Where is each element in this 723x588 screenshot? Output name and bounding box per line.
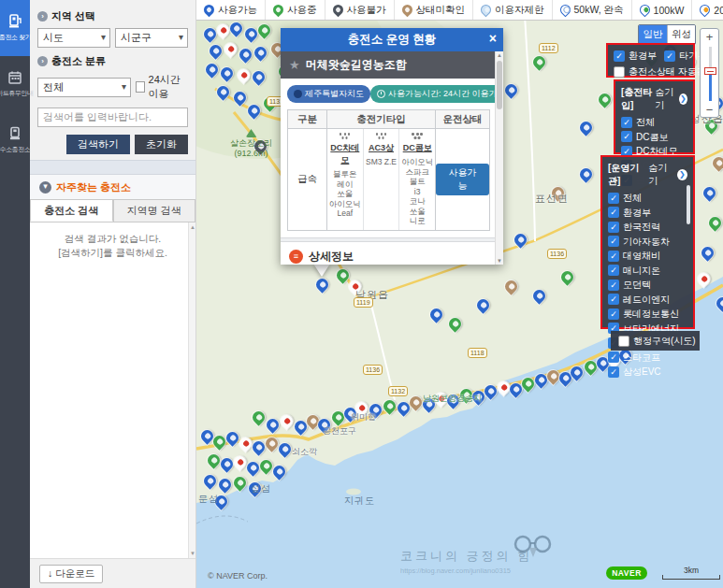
checkbox-box[interactable] [136, 81, 145, 93]
hide-panel-button[interactable]: 숨기기 ❯ [648, 162, 687, 188]
maptype-satellite-button[interactable]: 위성 [667, 25, 695, 44]
legend-pin-icon [271, 3, 286, 18]
operator-checkbox[interactable]: 스타코프 [608, 351, 687, 364]
reset-button[interactable]: 초기화 [135, 135, 188, 154]
operator-checkbox[interactable]: 전체 [608, 192, 687, 204]
download-button[interactable]: ↓ 다운로드 [39, 565, 103, 583]
panel-footer: ↓ 다운로드 [30, 558, 195, 588]
map-canvas[interactable]: 사용가능 사용중 사용불가 상태미확인 [196, 0, 723, 588]
auto-refresh-checkbox[interactable]: 충전소상태 자동갱신 [614, 65, 687, 78]
charge-type-checkbox[interactable]: DC콤보 [621, 131, 687, 143]
map-label: 쇠소깍 [292, 446, 317, 458]
class-section-label: › 충전소 분류 [37, 54, 188, 68]
checkbox-box[interactable] [608, 251, 619, 262]
charger-class-select[interactable]: 전체 [37, 78, 131, 97]
car-model: 블루온 [328, 169, 362, 179]
tab-station-search[interactable]: 충전소 검색 [30, 199, 113, 222]
source-checkbox[interactable]: 환경부 [614, 50, 657, 62]
zoom-in-button[interactable]: + [701, 29, 718, 46]
checkbox-box[interactable] [608, 308, 619, 320]
rail-label: 마트휴무안내 [0, 89, 34, 98]
search-tabs: 충전소 검색 지역명 검색 [30, 199, 195, 222]
zoom-control: + − [700, 28, 719, 118]
rail-item-hydrogen-station[interactable]: 수소충전소 [0, 112, 30, 168]
operator-checkbox[interactable]: 환경부 [608, 207, 687, 219]
tab-region-search[interactable]: 지역명 검색 [113, 199, 196, 222]
status-cell: 사용가능 [436, 129, 490, 231]
charger-class-cell: 급속 [288, 129, 327, 231]
zoom-out-button[interactable]: − [701, 102, 718, 119]
popup-body: 제주특별자치도 사용가능시간: 24시간 이용가능 구분 충전기타입 운전상태 … [281, 79, 503, 265]
scroll-thumb[interactable] [497, 61, 502, 109]
checkbox-box[interactable] [608, 280, 619, 291]
checkbox-box[interactable] [608, 207, 619, 218]
checkbox-box[interactable] [608, 236, 619, 247]
checkbox-box[interactable] [621, 117, 632, 128]
legend-item: 50kW, 완속 [553, 0, 632, 20]
close-icon[interactable]: × [489, 31, 497, 46]
hours24-checkbox[interactable]: 24시간이용 [136, 73, 188, 101]
checkbox-box[interactable] [608, 294, 619, 305]
checkbox-box[interactable] [608, 351, 619, 363]
connector-icon [340, 133, 351, 140]
favorites-toggle[interactable]: ▾ 자주찾는 충전소 [30, 175, 195, 199]
car-model: 코나 [400, 196, 434, 207]
admin-region-checkbox[interactable]: 행정구역(시도) [618, 335, 696, 347]
station-name-bar: ★ 머체왓숲길영농조합 [281, 51, 503, 79]
popup-scrollbar[interactable]: ▲ ▼ [495, 51, 503, 265]
map-copyright: © NAVER Corp. [208, 571, 268, 581]
checkbox-box[interactable] [664, 50, 675, 62]
checkbox-box[interactable] [614, 50, 625, 62]
keyword-input[interactable]: 검색어를 입력바랍니다. [37, 108, 188, 127]
car-model: 스파크 [400, 167, 434, 178]
checkbox-box[interactable] [614, 66, 625, 78]
legend-label: 사용중 [287, 4, 317, 17]
checkbox-box[interactable] [621, 131, 632, 142]
type-cell-chademo: DC차데모 블루온레이쏘울아이오닉Leaf [327, 129, 363, 230]
rail-item-mart-holiday[interactable]: 마트휴무안내 [0, 56, 30, 112]
scroll-up-icon[interactable]: ▲ [497, 52, 502, 58]
operator-checkbox[interactable]: 레드이엔지 [608, 294, 687, 306]
legend-label: 이용자제한 [495, 4, 544, 17]
zoom-slider-handle[interactable] [704, 67, 716, 75]
search-form: › 지역 선택 시도 시군구 › 충전소 분류 전체 24시간이용 검색어를 입… [30, 0, 195, 160]
legend-label: 200kW [714, 5, 723, 16]
zoom-slider-track[interactable] [701, 47, 718, 101]
road-number-badge: 1112 [539, 43, 558, 53]
checkbox-box[interactable] [608, 222, 619, 233]
car-model: 니로 [400, 216, 434, 226]
operator-checkbox[interactable]: 롯데정보통신 [608, 308, 687, 320]
scroll-down-icon[interactable]: ▼ [190, 551, 195, 556]
operator-checkbox[interactable]: 모던텍 [608, 279, 687, 291]
popup-title: 충전소 운영 현황 [348, 32, 436, 48]
results-scrollbar[interactable]: ▲ ▼ [188, 222, 195, 558]
operator-checkbox[interactable]: 삼성EVC [608, 366, 687, 378]
panel-scrollbar[interactable] [687, 185, 690, 224]
rail-item-find-charger[interactable]: 충전소 찾기 [0, 0, 30, 56]
checkbox-box[interactable] [608, 265, 619, 276]
popup-titlebar: 충전소 운영 현황 × [281, 28, 503, 51]
charge-type-checkbox[interactable]: 전체 [621, 116, 687, 128]
road-number-badge: 1119 [354, 297, 373, 308]
legend-item: 200kW [692, 0, 723, 20]
operator-checkbox[interactable]: 한국전력 [608, 221, 687, 233]
road-number-badge: 1136 [547, 249, 567, 259]
operator-checkbox[interactable]: 대영채비 [608, 250, 687, 262]
scroll-down-icon[interactable]: ▼ [497, 258, 502, 264]
operator-checkbox[interactable]: 기아자동차 [608, 236, 687, 248]
search-button[interactable]: 검색하기 [66, 135, 130, 154]
zoom-track-lower [709, 71, 712, 101]
operator-checkbox[interactable]: 매니지온 [608, 265, 687, 277]
maptype-normal-button[interactable]: 일반 [639, 25, 667, 44]
checkbox-box[interactable] [608, 193, 619, 204]
hide-panel-button[interactable]: 숨기기 ❯ [655, 86, 687, 112]
checkbox-box[interactable] [608, 366, 619, 378]
scroll-up-icon[interactable]: ▲ [190, 224, 195, 230]
sido-select[interactable]: 시도 [37, 28, 110, 48]
checkbox-box[interactable] [618, 336, 629, 347]
legend-pin-icon [698, 3, 713, 18]
legend-pin-icon [637, 3, 652, 18]
popup-pointer [313, 264, 330, 277]
star-icon[interactable]: ★ [289, 58, 300, 72]
sigungu-select[interactable]: 시군구 [115, 28, 188, 48]
